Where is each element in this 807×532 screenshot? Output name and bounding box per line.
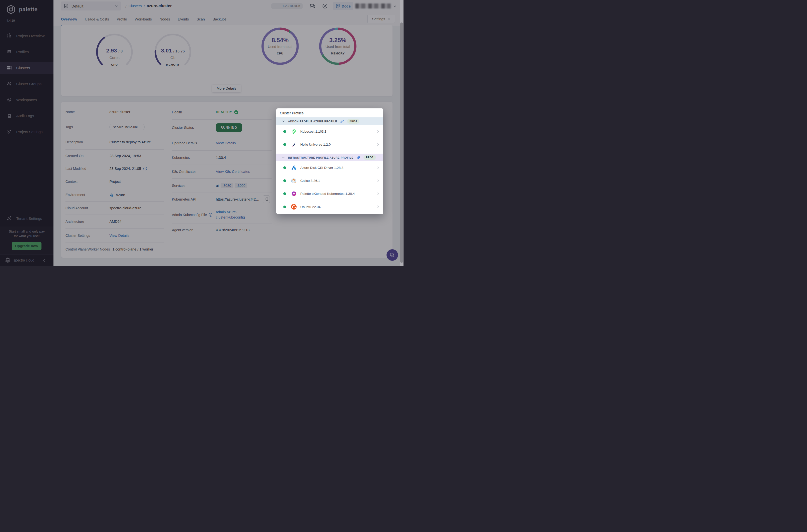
cpu-gauge: 2.93 / 8 Cores CPU [94, 32, 134, 70]
project-selector[interactable]: Default [61, 1, 121, 11]
collapse-sidebar-icon[interactable] [42, 259, 46, 262]
breadcrumb-separator: / [144, 4, 145, 8]
detail-row-health: Health HEALTHY [172, 105, 271, 120]
sidebar-item-project-settings[interactable]: Project Settings [0, 126, 54, 138]
chevron-down-icon [115, 4, 118, 7]
cluster-profiles-popup: Cluster Profiles ADDON PROFILE AZURE-PRO… [276, 108, 383, 214]
popup-title: Cluster Profiles [276, 108, 383, 117]
detail-row-admin-kubeconfig: Admin Kubeconfig File admin.azure-cluste… [172, 206, 271, 224]
profile-item-azure-disk-csi[interactable]: Azure Disk CSI Driver 1.28.3 [276, 162, 383, 174]
detail-row-kubernetes-api: Kubernetes API https://azure-cluster-cf4… [172, 193, 271, 206]
azure-logo [291, 165, 297, 171]
tab-backups[interactable]: Backups [213, 12, 227, 26]
link-icon[interactable] [357, 156, 360, 159]
tab-scan[interactable]: Scan [196, 12, 205, 26]
settings-button[interactable]: Settings [367, 15, 395, 23]
usage-badge: 1.29/100kCh [271, 3, 303, 9]
proj-scope-badge: PROJ [347, 119, 359, 124]
sidebar-menu: Project Overview Profiles Clusters [0, 30, 54, 141]
sidebar-item-project-overview[interactable]: Project Overview [0, 30, 54, 42]
cpu-donut-caption: Used from total [261, 45, 300, 49]
service-port-3000-link[interactable]: :3000 [235, 183, 247, 188]
cpu-unit: Cores [94, 55, 134, 60]
profile-item-ubuntu[interactable]: Ubuntu 22.04 [276, 200, 383, 213]
project-selector-value: Default [72, 4, 112, 8]
scrollbar-thumb[interactable] [400, 22, 403, 263]
chevron-down-icon [282, 120, 285, 123]
audit-log-icon [7, 113, 12, 118]
profile-item-hello-universe[interactable]: Hello Universe 1.2.0 [276, 138, 383, 151]
detail-row-cloud-account: Cloud Account spectro-cloud-azure [65, 202, 164, 215]
detail-row-kubernetes: Kubernetes 1.30.4 [172, 151, 271, 165]
info-icon[interactable] [209, 213, 213, 217]
link-icon[interactable] [340, 119, 344, 124]
profile-item-palette-extended-kubernetes[interactable]: Palette eXtended Kubernetes 1.30.4 [276, 187, 383, 200]
memory-donut-label: MEMORY [318, 52, 357, 55]
sidebar-item-label: Profiles [16, 50, 29, 54]
info-icon[interactable] [143, 167, 147, 171]
sidebar-item-label: Cluster Groups [16, 82, 41, 86]
health-status-text: HEALTHY [216, 110, 232, 114]
sidebar-item-clusters[interactable]: Clusters [0, 62, 54, 74]
clusters-icon [7, 65, 12, 70]
cluster-settings-view-details-link[interactable]: View Details [109, 233, 129, 238]
chart-icon [64, 4, 69, 8]
memory-gauge: 3.01 / 16.76 Gb MEMORY [153, 32, 193, 70]
profile-item-calico[interactable]: Calico 3.26.1 [276, 174, 383, 187]
tab-workloads[interactable]: Workloads [135, 12, 152, 26]
docs-button[interactable]: Docs [333, 2, 353, 10]
calico-logo [291, 178, 297, 184]
tab-events[interactable]: Events [177, 12, 189, 26]
scrollbar-track[interactable] [400, 0, 404, 266]
detail-row-cluster-status: Cluster Status RUNNING [172, 120, 271, 136]
layers-icon [7, 49, 12, 54]
infrastructure-profile-section-header[interactable]: INFRASTRUCTURE PROFILE AZURE-PROFILE PRO… [276, 154, 383, 162]
service-name: ui [216, 184, 219, 188]
kubeconfig-download-link[interactable]: admin.azure-cluster.kubeconfig [216, 210, 254, 220]
detail-row-context: Context Project [65, 175, 164, 188]
tab-nodes[interactable]: Nodes [159, 12, 170, 26]
detail-row-tags: Tags service: hello-uni… [65, 119, 164, 135]
tab-overview[interactable]: Overview [61, 12, 77, 26]
cpu-donut: 8.54% Used from total CPU [261, 27, 300, 66]
chevron-down-icon[interactable] [393, 4, 396, 8]
view-k8s-certificates-link[interactable]: View K8s Certificates [216, 170, 250, 174]
chevron-right-icon [376, 192, 380, 195]
breadcrumb-current: azure-cluster [147, 4, 172, 8]
addon-profile-section-header[interactable]: ADDON PROFILE AZURE-PROFILE PROJ [276, 117, 383, 125]
status-dot-green [283, 166, 286, 169]
help-search-fab[interactable] [387, 249, 398, 261]
app-version: 4.4.19 [6, 19, 15, 22]
copy-button[interactable] [263, 195, 270, 203]
detail-row-name: Name azure-cluster [65, 105, 164, 119]
magnifier-icon [389, 252, 395, 258]
memory-donut: 3.25% Used from total MEMORY [318, 27, 357, 66]
user-menu-redacted[interactable] [355, 3, 391, 8]
sidebar-item-profiles[interactable]: Profiles [0, 46, 54, 58]
detail-row-services: Services ui :8080 :3000 [172, 178, 271, 193]
compass-icon[interactable] [322, 3, 328, 9]
ubuntu-logo [291, 204, 297, 210]
upgrade-now-button[interactable]: Upgrade now [12, 242, 41, 250]
more-details-button[interactable]: More Details [212, 85, 241, 92]
chat-icon[interactable] [309, 3, 316, 9]
breadcrumb-clusters-link[interactable]: Clusters [128, 4, 142, 8]
tag-chip: service: hello-uni… [109, 124, 145, 130]
details-left-column: Name azure-cluster Tags service: hello-u… [65, 105, 164, 256]
status-dot-green [283, 143, 286, 146]
sidebar-item-audit-logs[interactable]: Audit Logs [0, 110, 54, 122]
detail-row-nodes: Control Plane/Worker Nodes 1 control-pla… [65, 243, 164, 256]
service-port-8080-link[interactable]: :8080 [221, 183, 233, 188]
sidebar-item-cluster-groups[interactable]: Cluster Groups [0, 78, 54, 90]
breadcrumb-separator: / [126, 4, 127, 8]
tab-profile[interactable]: Profile [117, 12, 127, 26]
tab-usage-costs[interactable]: Usage & Costs [85, 12, 109, 26]
profile-item-kubecost[interactable]: Kubecost 1.103.3 [276, 125, 383, 138]
sidebar-item-workspaces[interactable]: Workspaces [0, 94, 54, 106]
network-icon [7, 81, 12, 86]
memory-gauge-label: MEMORY [153, 63, 193, 66]
cpu-donut-label: CPU [261, 52, 300, 55]
sidebar-item-tenant-settings[interactable]: Tenant Settings [0, 212, 54, 224]
upgrade-view-details-link[interactable]: View Details [216, 141, 236, 145]
sidebar-item-label: Clusters [16, 66, 30, 70]
